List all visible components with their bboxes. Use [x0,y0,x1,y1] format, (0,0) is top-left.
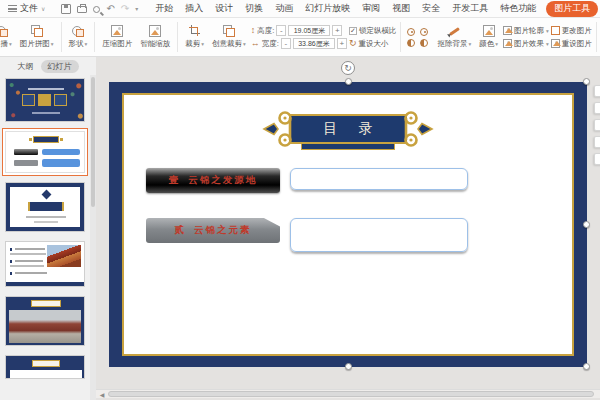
tab-slides-active[interactable]: 幻灯片 [41,60,79,73]
toc-item-1-description[interactable]: 云锦是江宁生产的最为华贵的高级丝织品 [290,168,468,190]
thumbnail-slide-6[interactable] [5,355,85,379]
carousel-icon [0,25,8,37]
height-label: 高度: [257,26,274,36]
remove-background-label: 抠除背景 [437,39,467,49]
tab-view[interactable]: 视图 [386,2,416,15]
carousel-label: 轮播 [0,39,8,49]
tab-outline[interactable]: 大纲 [18,61,34,72]
tab-security[interactable]: 安全 [416,2,446,15]
resize-handle-bottom-right[interactable] [583,363,590,370]
lock-aspect-ratio-checkbox[interactable]: ✓ 锁定纵横比 [349,26,397,36]
smart-zoom-button[interactable]: 智能缩放 [137,23,173,51]
tab-review[interactable]: 审阅 [356,2,386,15]
height-value-field[interactable]: 19.05厘米 [288,25,330,36]
thumbnail-banner-ornament [60,138,63,141]
toc-item-1-title: 云锦之发源地 [188,174,257,187]
divider [177,22,178,52]
slide-gold-frame: 目 录 壹 [122,93,574,356]
redo-icon[interactable]: ↷ [121,4,129,14]
color-button[interactable]: 颜色▾ [476,23,501,51]
tab-home[interactable]: 开始 [149,2,179,15]
tab-design[interactable]: 设计 [209,2,239,15]
reset-picture-label: 重设图片 [562,39,592,49]
thumbnail-slide-3[interactable] [5,182,85,232]
horizontal-scrollbar[interactable]: ◀ [96,389,600,398]
panel-scrollbar-thumb[interactable] [91,77,95,207]
width-decrease-button[interactable]: - [281,38,291,49]
carousel-button[interactable]: 轮播▾ [0,23,15,51]
toc-item-1-tab[interactable]: 壹 云锦之发源地 [146,168,280,193]
brightness-down-icon[interactable] [420,28,428,36]
reset-size-button[interactable]: ↻ 重设大小 [349,39,397,49]
thumbnail-slide-2-selected[interactable] [2,128,88,176]
floating-tool-button[interactable] [594,153,600,165]
resize-handle-bottom-center[interactable] [345,363,352,370]
resize-handle-top-right[interactable] [583,78,590,85]
wps-presentation-window: 文件 ∨ ↶ ↷ ▾ 开始 插入 设计 切换 动画 幻灯片放映 审阅 视图 安全… [0,0,600,400]
compress-picture-label: 压缩图片 [102,39,132,49]
brightness-up-icon[interactable] [407,28,415,36]
print-icon[interactable] [77,6,87,13]
change-picture-button[interactable]: 更改图片 [551,26,592,36]
width-increase-button[interactable]: + [337,38,347,49]
crop-label: 裁剪 [185,39,200,49]
toc-item-2-tab[interactable]: 贰 云锦之元素 [146,218,280,243]
brightness-contrast-group [405,28,432,47]
tab-transition[interactable]: 切换 [239,2,269,15]
tab-insert[interactable]: 插入 [179,2,209,15]
change-reset-group: 更改图片 重设图片 [551,26,592,49]
gold-flourish-left-icon [262,109,296,149]
height-increase-button[interactable]: + [332,25,342,36]
thumbnail-text-line [10,265,44,267]
reset-picture-button[interactable]: 重设图片 [551,39,592,49]
thumbnail-bullet [10,272,13,275]
contrast-down-icon[interactable] [420,39,428,47]
smart-zoom-icon [149,25,161,37]
print-preview-icon[interactable] [93,6,100,13]
thumbnail-slide-1[interactable] [5,78,85,122]
rotation-handle[interactable]: ↻ [341,61,355,75]
tab-slideshow[interactable]: 幻灯片放映 [299,2,356,15]
dropdown-caret-icon: ▾ [201,41,204,47]
compress-picture-button[interactable]: 压缩图片 [99,23,135,51]
main-area: 大纲 幻灯片 [0,57,600,400]
save-icon[interactable] [61,4,71,14]
height-decrease-button[interactable]: - [276,25,286,36]
picture-outline-button[interactable]: 图片轮廓 ▾ [503,26,549,36]
crop-button[interactable]: 裁剪▾ [182,23,207,51]
creative-crop-button[interactable]: 创意裁剪▾ [209,23,249,51]
floating-tool-button[interactable] [594,136,600,148]
width-value-field[interactable]: 33.86厘米 [293,38,335,49]
file-menu-button[interactable]: 文件 ∨ [3,2,50,15]
tab-picture-tools-active[interactable]: 图片工具 [546,1,598,17]
tab-devtools[interactable]: 开发工具 [446,2,494,15]
horizontal-scrollbar-thumb[interactable] [108,391,594,397]
tab-animation[interactable]: 动画 [269,2,299,15]
floating-tool-button[interactable] [594,102,600,114]
resize-handle-middle-right[interactable] [583,221,590,228]
contrast-up-icon[interactable] [407,39,415,47]
picture-effects-button[interactable]: 图片效果 ▾ [503,39,549,49]
panel-tabs: 大纲 幻灯片 [0,57,96,75]
thumbnail-banner-chip [32,360,60,367]
floating-tool-button[interactable] [594,85,600,97]
chevron-down-icon: ∨ [41,5,45,12]
slide-editing-area[interactable]: 目 录 壹 [109,82,587,367]
chevron-down-icon[interactable]: ▾ [135,5,138,12]
floating-tool-button[interactable] [594,119,600,131]
picture-collage-button[interactable]: 图片拼图▾ [17,23,57,51]
remove-background-button[interactable]: 抠除背景▾ [434,23,474,51]
resize-handle-top-center[interactable] [345,78,352,85]
reset-size-label: 重设大小 [358,39,388,49]
tab-special-features[interactable]: 特色功能 [494,2,542,15]
shapes-button[interactable]: 形状▾ [66,23,91,51]
scroll-left-arrow-icon[interactable]: ◀ [96,391,108,398]
undo-icon[interactable]: ↶ [106,4,114,14]
toc-banner-box: 目 录 [289,114,407,144]
thumbnail-slide-5[interactable] [5,296,85,346]
toc-item-2-description[interactable]: 云化，特别是大量使用金线，更显得光彩夺目 [290,218,468,252]
reset-picture-icon [551,39,560,48]
thumbnail-slide-4[interactable] [5,241,85,287]
toc-item-2-number: 贰 [175,224,187,237]
gold-flourish-right-icon [400,109,434,149]
